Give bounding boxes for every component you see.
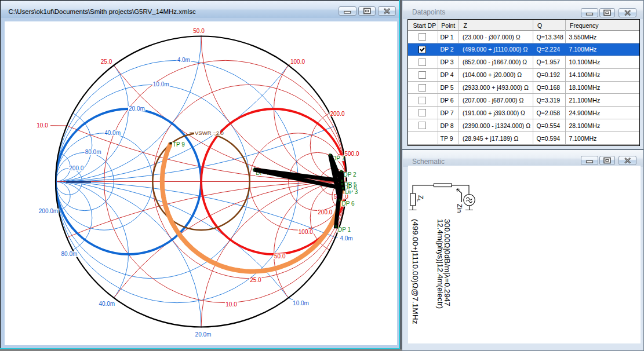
svg-text:100.0: 100.0 xyxy=(299,229,313,235)
svg-text:100.0: 100.0 xyxy=(290,58,305,65)
svg-text:4.0m: 4.0m xyxy=(340,235,352,242)
svg-text:DP 8: DP 8 xyxy=(344,184,357,191)
svg-text:200.0: 200.0 xyxy=(318,209,332,215)
svg-text:50.0: 50.0 xyxy=(274,253,286,259)
svg-text:10.0: 10.0 xyxy=(225,301,237,308)
svg-text:40.0m: 40.0m xyxy=(104,130,121,136)
svg-text:80.0m: 80.0m xyxy=(85,149,101,155)
svg-text:80.0m: 80.0m xyxy=(61,251,78,257)
svg-text:4.0m: 4.0m xyxy=(177,57,190,63)
svg-text:VSWR =2.0: VSWR =2.0 xyxy=(195,130,224,136)
svg-text:Zin: Zin xyxy=(456,204,463,213)
svg-text:ZL: ZL xyxy=(416,195,424,202)
svg-text:200.0: 200.0 xyxy=(330,111,344,117)
svg-text:20.0m: 20.0m xyxy=(129,105,145,112)
svg-text:25.0: 25.0 xyxy=(101,58,112,65)
svg-text:TP 9: TP 9 xyxy=(173,141,185,148)
svg-text:DP 2: DP 2 xyxy=(344,171,356,178)
svg-text:DP 6: DP 6 xyxy=(342,200,355,207)
svg-text:50.0: 50.0 xyxy=(193,28,205,34)
svg-text:10.0m: 10.0m xyxy=(293,300,309,306)
svg-text:DP 1: DP 1 xyxy=(338,226,351,233)
svg-text:200.0: 200.0 xyxy=(69,165,83,171)
svg-text:40.0m: 40.0m xyxy=(99,301,115,307)
svg-text:10.0m: 10.0m xyxy=(153,81,169,87)
svg-text:200.0m: 200.0m xyxy=(39,208,58,214)
svg-text:10.0: 10.0 xyxy=(37,122,48,129)
svg-text:25.0: 25.0 xyxy=(250,277,261,283)
svg-text:500.0: 500.0 xyxy=(344,151,359,157)
svg-text:20.0m: 20.0m xyxy=(195,331,212,338)
